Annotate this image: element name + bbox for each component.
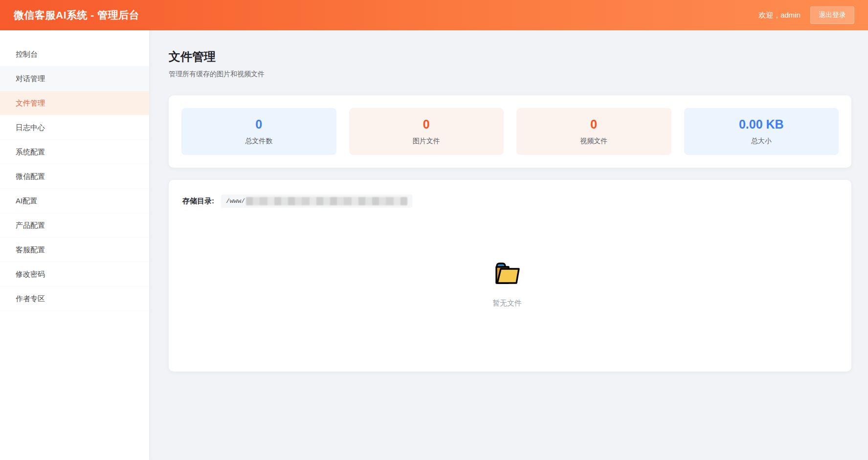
logout-button[interactable]: 退出登录 (810, 6, 854, 24)
storage-directory-row: 存储目录: /www/ (182, 195, 832, 208)
sidebar-item-service-config[interactable]: 客服配置 (0, 238, 149, 262)
stat-label: 总文件数 (245, 137, 272, 146)
open-folder-icon (492, 261, 522, 286)
main-layout: 控制台 对话管理 文件管理 日志中心 系统配置 微信配置 AI配置 产品配置 客… (0, 30, 868, 460)
sidebar-item-author-zone[interactable]: 作者专区 (0, 286, 149, 311)
app-root: 微信客服AI系统 - 管理后台 欢迎，admin 退出登录 控制台 对话管理 文… (0, 0, 868, 460)
stat-image-files: 0 图片文件 (349, 108, 504, 155)
sidebar: 控制台 对话管理 文件管理 日志中心 系统配置 微信配置 AI配置 产品配置 客… (0, 30, 149, 460)
app-title: 微信客服AI系统 - 管理后台 (14, 8, 139, 22)
files-panel: 存储目录: /www/ 暂无文件 (169, 180, 851, 372)
header-right: 欢迎，admin 退出登录 (758, 6, 854, 24)
empty-state: 暂无文件 (182, 208, 832, 308)
empty-text: 暂无文件 (492, 299, 522, 308)
stat-label: 图片文件 (413, 137, 440, 146)
storage-path-value: /www/ (221, 195, 412, 208)
sidebar-item-console[interactable]: 控制台 (0, 42, 149, 66)
sidebar-item-change-password[interactable]: 修改密码 (0, 262, 149, 286)
sidebar-item-ai-config[interactable]: AI配置 (0, 189, 149, 213)
sidebar-item-logs[interactable]: 日志中心 (0, 115, 149, 140)
stats-panel: 0 总文件数 0 图片文件 0 视频文件 0.00 KB 总大小 (169, 95, 851, 168)
sidebar-item-system-config[interactable]: 系统配置 (0, 140, 149, 164)
page-title: 文件管理 (169, 49, 851, 65)
storage-dir-label: 存储目录: (182, 197, 214, 206)
app-header: 微信客服AI系统 - 管理后台 欢迎，admin 退出登录 (0, 0, 868, 30)
welcome-text: 欢迎，admin (758, 11, 801, 20)
stat-value: 0.00 KB (739, 117, 784, 131)
sidebar-item-product-config[interactable]: 产品配置 (0, 213, 149, 238)
stat-total-files: 0 总文件数 (181, 108, 336, 155)
stat-label: 总大小 (751, 137, 772, 146)
stat-value: 0 (423, 117, 430, 131)
stat-label: 视频文件 (580, 137, 607, 146)
stat-video-files: 0 视频文件 (516, 108, 671, 155)
sidebar-item-conversations[interactable]: 对话管理 (0, 66, 149, 91)
sidebar-item-wechat-config[interactable]: 微信配置 (0, 164, 149, 189)
sidebar-item-files[interactable]: 文件管理 (0, 91, 149, 115)
stat-value: 0 (255, 117, 262, 131)
redacted-path-blur (246, 197, 407, 205)
page-subtitle: 管理所有缓存的图片和视频文件 (169, 70, 851, 79)
stat-value: 0 (590, 117, 597, 131)
main-content: 文件管理 管理所有缓存的图片和视频文件 0 总文件数 0 图片文件 0 视频文件… (149, 30, 868, 460)
stat-total-size: 0.00 KB 总大小 (684, 108, 839, 155)
storage-path-prefix: /www/ (226, 197, 245, 205)
